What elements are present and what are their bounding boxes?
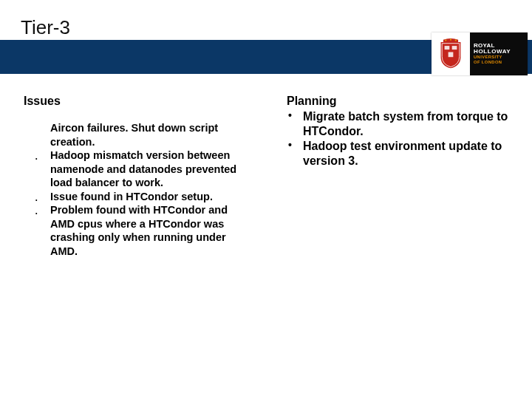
crest-panel bbox=[432, 33, 470, 75]
list-item: Hadoop mismatch version between namenode… bbox=[50, 149, 245, 190]
svg-point-3 bbox=[445, 39, 446, 41]
shield-crest-icon bbox=[438, 38, 463, 69]
list-item: Problem found with HTCondor and AMD cpus… bbox=[50, 203, 245, 258]
logo-text-line3: UNIVERSITY bbox=[474, 55, 528, 60]
issues-list: Aircon failures. Shut down script creati… bbox=[24, 121, 245, 258]
svg-rect-0 bbox=[445, 46, 450, 50]
list-item: Migrate batch system from torque to HTCo… bbox=[287, 109, 510, 139]
list-item: Issue found in HTCondor setup. bbox=[50, 190, 245, 204]
right-column: Planning Migrate batch system from torqu… bbox=[281, 95, 510, 258]
logo-text-line4: OF LONDON bbox=[474, 60, 528, 65]
list-item: Aircon failures. Shut down script creati… bbox=[50, 121, 245, 149]
header-band: ROYAL HOLLOWAY UNIVERSITY OF LONDON bbox=[0, 40, 532, 74]
logo-text-line2: HOLLOWAY bbox=[474, 49, 528, 55]
planning-list: Migrate batch system from torque to HTCo… bbox=[287, 109, 510, 168]
issues-heading: Issues bbox=[24, 95, 245, 108]
svg-point-4 bbox=[450, 39, 451, 41]
svg-rect-1 bbox=[452, 46, 457, 50]
svg-rect-2 bbox=[449, 52, 454, 57]
list-item: Hadoop test environment update to versio… bbox=[287, 139, 510, 168]
logo-text-panel: ROYAL HOLLOWAY UNIVERSITY OF LONDON bbox=[470, 33, 528, 75]
planning-heading: Planning bbox=[287, 95, 510, 108]
left-column: Issues Aircon failures. Shut down script… bbox=[24, 95, 245, 258]
content-area: Issues Aircon failures. Shut down script… bbox=[0, 74, 532, 258]
university-logo: ROYAL HOLLOWAY UNIVERSITY OF LONDON bbox=[432, 33, 528, 75]
svg-point-5 bbox=[455, 39, 457, 41]
slide: Tier-3 ROYAL HOLLOWAY UNIV bbox=[0, 0, 532, 399]
